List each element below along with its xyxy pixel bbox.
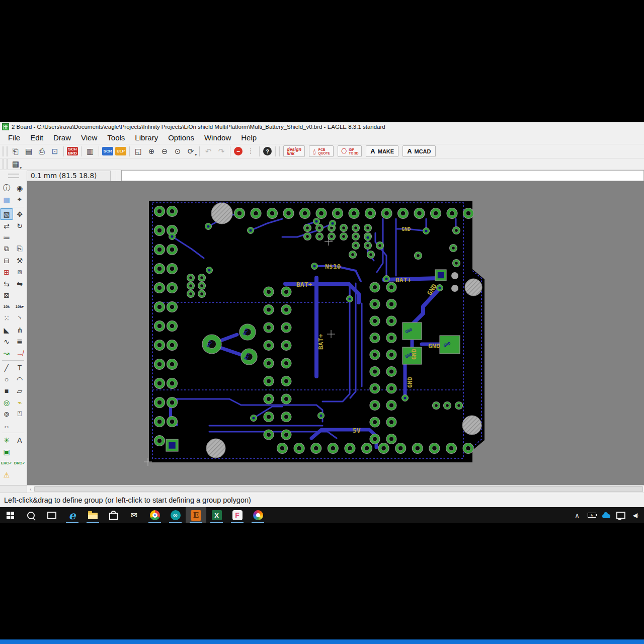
through-hole-pad[interactable]	[267, 208, 278, 219]
copy-tool[interactable]: ⧉	[0, 243, 13, 255]
ripup-tool[interactable]: ↛	[13, 347, 26, 359]
menu-view[interactable]: View	[76, 132, 102, 143]
through-hole-pad[interactable]	[187, 274, 195, 282]
through-hole-pad[interactable]	[450, 245, 457, 252]
through-hole-pad[interactable]	[429, 443, 440, 454]
replace-tool[interactable]: ⧈	[13, 266, 26, 278]
task-view-button[interactable]	[41, 507, 62, 523]
scroll-left-arrow-icon[interactable]: ‹	[27, 487, 34, 492]
idf-to-3d-button[interactable]: ⎔IDFTO 3D	[338, 145, 362, 157]
through-hole-pad[interactable]	[167, 378, 178, 389]
through-hole-pad[interactable]	[167, 283, 178, 293]
through-hole-pad[interactable]	[167, 417, 178, 427]
mark-tool[interactable]: ⌖	[13, 194, 26, 205]
through-hole-pad[interactable]	[281, 430, 291, 440]
info-tool[interactable]: ⓘ	[0, 182, 13, 194]
through-hole-pad[interactable]	[167, 359, 178, 370]
through-hole-pad[interactable]	[345, 443, 355, 454]
through-hole-pad[interactable]	[453, 227, 460, 234]
through-hole-pad[interactable]	[463, 208, 474, 219]
through-hole-pad[interactable]	[463, 443, 473, 454]
menu-tools[interactable]: Tools	[102, 132, 130, 143]
smd-pad[interactable]	[435, 270, 446, 281]
through-hole-pad[interactable]	[264, 287, 274, 297]
through-hole-pad[interactable]	[386, 400, 396, 411]
attribute-tool[interactable]: ⍞	[13, 408, 26, 420]
change-tool[interactable]: ⚒	[13, 255, 26, 266]
paint-icon[interactable]	[248, 507, 268, 523]
through-hole-pad[interactable]	[264, 323, 274, 333]
through-hole-pad[interactable]	[154, 340, 165, 351]
through-hole-pad[interactable]	[433, 402, 440, 410]
through-hole-pad[interactable]	[264, 412, 274, 422]
through-hole-pad[interactable]	[281, 323, 291, 333]
through-hole-pad[interactable]	[154, 302, 165, 312]
through-hole-pad[interactable]	[381, 208, 392, 219]
through-hole-pad[interactable]	[167, 245, 178, 255]
toolbar-handle[interactable]	[3, 159, 8, 169]
through-hole-pad[interactable]	[198, 282, 206, 290]
save-button[interactable]: ▤	[22, 145, 35, 157]
rotate-tool[interactable]: ↻	[13, 220, 26, 231]
scrollbar-thumb[interactable]	[34, 486, 643, 492]
via[interactable]	[365, 234, 371, 241]
via-tool[interactable]: ◎	[0, 396, 13, 408]
through-hole-pad[interactable]	[198, 274, 206, 282]
smd-pad[interactable]	[166, 439, 178, 451]
through-hole-pad[interactable]	[281, 305, 291, 315]
via[interactable]	[169, 233, 176, 240]
through-hole-pad[interactable]	[352, 224, 360, 232]
drill-aid-tool[interactable]: ▣	[0, 446, 13, 457]
split-tool[interactable]: ⋔	[13, 324, 26, 336]
through-hole-pad[interactable]	[446, 443, 457, 454]
through-hole-pad[interactable]	[281, 358, 291, 368]
menu-window[interactable]: Window	[199, 132, 236, 143]
through-hole-pad[interactable]	[386, 350, 396, 360]
through-hole-pad[interactable]	[370, 333, 380, 343]
stop-button[interactable]: −	[234, 147, 243, 155]
through-hole-pad[interactable]	[167, 302, 178, 312]
through-hole-pad[interactable]	[154, 225, 165, 236]
circle-tool[interactable]: ○	[0, 373, 13, 385]
through-hole-pad[interactable]	[386, 333, 396, 343]
through-hole-pad[interactable]	[304, 233, 311, 240]
menu-library[interactable]: Library	[130, 132, 163, 143]
through-hole-pad[interactable]	[370, 282, 380, 292]
meander-tool[interactable]: ∿	[0, 336, 13, 347]
zoom-fit-button[interactable]: ◱	[132, 145, 145, 157]
via[interactable]	[251, 415, 257, 422]
width-tool[interactable]: ↔	[0, 420, 13, 431]
through-hole-pad[interactable]	[370, 417, 380, 427]
through-hole-pad[interactable]	[316, 233, 324, 240]
make-button[interactable]: AMAKE	[366, 145, 398, 157]
arduino-icon[interactable]: ∞	[165, 507, 186, 523]
pcb-board-view[interactable]: GNDBAT+N$10BAT+BAT+GNDGNDGNDGND5VBATBATB…	[27, 181, 644, 485]
through-hole-pad[interactable]	[154, 397, 165, 408]
through-hole-pad[interactable]	[264, 394, 274, 404]
through-hole-pad[interactable]	[154, 417, 165, 427]
ratsnest-tool[interactable]: ✳	[0, 434, 13, 446]
menu-edit[interactable]: Edit	[25, 132, 48, 143]
through-hole-pad[interactable]	[447, 208, 457, 219]
undo-button[interactable]: ↶	[202, 145, 215, 157]
toolbar-handle[interactable]	[3, 146, 8, 156]
through-hole-pad[interactable]	[304, 224, 311, 232]
export-image-button[interactable]: ⊡	[48, 145, 61, 157]
eagle-icon[interactable]: E	[186, 507, 206, 523]
run-script-button[interactable]: SCR	[102, 147, 113, 155]
via[interactable]	[402, 395, 409, 401]
via[interactable]	[205, 223, 212, 230]
optimize-tool[interactable]: ⁙	[0, 312, 13, 324]
help-button[interactable]: ?	[263, 147, 272, 155]
via[interactable]	[318, 413, 325, 419]
through-hole-pad[interactable]	[370, 383, 380, 393]
library-button[interactable]: ▥	[84, 145, 97, 157]
mail-icon[interactable]: ✉	[124, 507, 144, 523]
horizontal-scrollbar[interactable]: ‹	[0, 485, 644, 493]
via[interactable]	[206, 267, 213, 274]
through-hole-pad[interactable]	[386, 282, 396, 292]
through-hole-pad[interactable]	[154, 264, 165, 274]
through-hole-pad[interactable]	[281, 287, 291, 297]
through-hole-pad[interactable]	[386, 434, 396, 444]
through-hole-pad[interactable]	[444, 402, 451, 410]
